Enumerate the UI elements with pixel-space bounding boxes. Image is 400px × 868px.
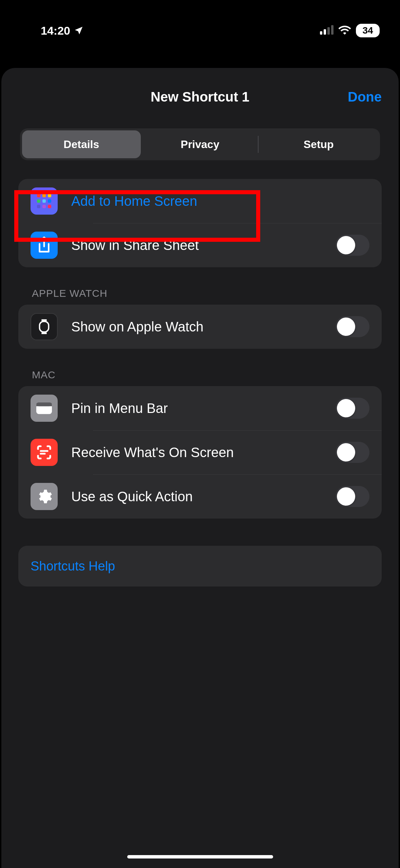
section-header-apple-watch: Apple Watch bbox=[1, 288, 399, 305]
done-button[interactable]: Done bbox=[348, 89, 382, 105]
apple-watch-icon bbox=[31, 313, 58, 340]
row-pin-menu-bar[interactable]: Pin in Menu Bar bbox=[18, 386, 382, 430]
group-help: Shortcuts Help bbox=[18, 546, 382, 586]
svg-rect-2 bbox=[327, 27, 330, 35]
battery-icon: 34 bbox=[356, 24, 380, 37]
tab-details[interactable]: Details bbox=[22, 130, 141, 158]
settings-sheet: New Shortcut 1 Done Details Privacy Setu… bbox=[1, 68, 399, 868]
status-bar: 14:20 34 bbox=[0, 0, 400, 48]
svg-rect-3 bbox=[331, 25, 334, 35]
svg-rect-4 bbox=[40, 322, 49, 332]
status-time: 14:20 bbox=[41, 24, 70, 37]
group-mac: Pin in Menu Bar Receive What's On Screen… bbox=[18, 386, 382, 519]
toggle-receive-onscreen[interactable] bbox=[336, 442, 369, 463]
tab-privacy[interactable]: Privacy bbox=[141, 130, 260, 158]
location-icon bbox=[74, 25, 84, 36]
sheet-title: New Shortcut 1 bbox=[151, 89, 249, 105]
row-apple-watch[interactable]: Show on Apple Watch bbox=[18, 305, 382, 349]
toggle-pin-menu[interactable] bbox=[336, 398, 369, 419]
svg-rect-1 bbox=[324, 29, 326, 35]
cellular-icon bbox=[320, 24, 334, 37]
toggle-quick-action[interactable] bbox=[336, 486, 369, 507]
row-receive-onscreen[interactable]: Receive What's On Screen bbox=[18, 430, 382, 474]
share-icon bbox=[31, 232, 58, 259]
wifi-icon bbox=[338, 24, 351, 37]
app-grid-icon bbox=[31, 187, 58, 215]
menu-bar-icon bbox=[31, 395, 58, 422]
sheet-header: New Shortcut 1 Done bbox=[1, 82, 399, 112]
pin-menu-label: Pin in Menu Bar bbox=[71, 401, 322, 416]
section-header-mac: Mac bbox=[1, 369, 399, 386]
toggle-apple-watch[interactable] bbox=[336, 316, 369, 337]
row-share-sheet[interactable]: Show in Share Sheet bbox=[18, 223, 382, 267]
status-left: 14:20 bbox=[41, 24, 84, 37]
segmented-control[interactable]: Details Privacy Setup bbox=[20, 128, 380, 160]
row-quick-action[interactable]: Use as Quick Action bbox=[18, 474, 382, 519]
tab-setup[interactable]: Setup bbox=[259, 130, 378, 158]
row-shortcuts-help[interactable]: Shortcuts Help bbox=[18, 546, 382, 586]
add-to-home-label: Add to Home Screen bbox=[71, 194, 369, 209]
capture-screen-icon bbox=[31, 439, 58, 466]
share-sheet-label: Show in Share Sheet bbox=[71, 238, 322, 253]
svg-rect-0 bbox=[320, 31, 322, 35]
group-apple-watch: Show on Apple Watch bbox=[18, 305, 382, 349]
quick-action-label: Use as Quick Action bbox=[71, 489, 322, 504]
apple-watch-label: Show on Apple Watch bbox=[71, 319, 322, 334]
gear-icon bbox=[31, 483, 58, 510]
shortcuts-help-label: Shortcuts Help bbox=[31, 559, 369, 574]
svg-rect-7 bbox=[36, 405, 52, 406]
toggle-share-sheet[interactable] bbox=[336, 235, 369, 256]
status-right: 34 bbox=[320, 24, 380, 37]
group-main: Add to Home Screen Show in Share Sheet bbox=[18, 179, 382, 267]
row-add-to-home-screen[interactable]: Add to Home Screen bbox=[18, 179, 382, 223]
receive-onscreen-label: Receive What's On Screen bbox=[71, 445, 322, 460]
battery-percent: 34 bbox=[362, 25, 373, 36]
home-indicator[interactable] bbox=[127, 855, 273, 858]
